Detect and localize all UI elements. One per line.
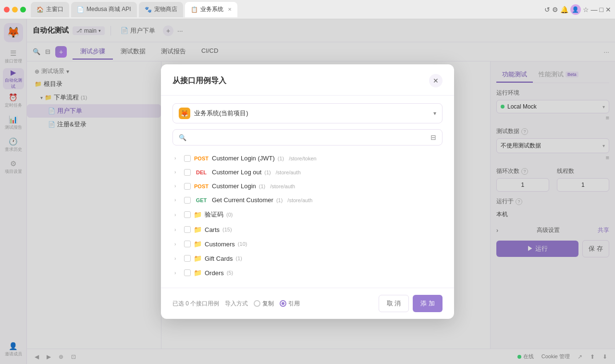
browser-action-avatar[interactable]: 👤 <box>570 4 581 15</box>
search-icon: 🔍 <box>179 134 186 141</box>
method-badge-post-jwt: POST <box>194 156 209 161</box>
chevron-right-icon-9: › <box>174 270 181 276</box>
checkbox-orders[interactable] <box>184 269 191 276</box>
folder-icon-verify: 📁 <box>194 211 202 218</box>
modal-search-input[interactable] <box>190 134 427 141</box>
radio-ref[interactable]: 引用 <box>280 300 300 308</box>
folder-icon-carts: 📁 <box>194 226 202 233</box>
checkbox-customer-login-jwt[interactable] <box>184 155 191 162</box>
project-name: 业务系统(当前项目) <box>194 109 248 118</box>
modal-search-bar: 🔍 ⊟ <box>172 129 443 146</box>
modal-header: 从接口用例导入 ✕ <box>161 64 454 96</box>
chevron-right-icon: › <box>174 156 181 161</box>
maximize-btn[interactable] <box>20 7 26 12</box>
api-name-customer-login-jwt: Customer Login (JWT) <box>212 155 275 162</box>
group-count-verify: (0) <box>226 212 233 218</box>
cancel-button[interactable]: 取 消 <box>379 295 409 312</box>
browser-action-close[interactable]: ✕ <box>605 6 611 13</box>
api-group-verify[interactable]: › 📁 验证码 (0) <box>172 207 443 222</box>
project-selector[interactable]: 🦊 业务系统(当前项目) ▾ <box>172 103 443 123</box>
tab-bizapp[interactable]: 📋 业务系统 ✕ <box>185 2 237 17</box>
api-name-customer-login: Customer Login <box>212 182 256 190</box>
checkbox-verify[interactable] <box>184 211 191 218</box>
api-item-get-current-customer[interactable]: › GET Get Current Customer (1) /store/au… <box>172 193 443 207</box>
radio-dot-ref <box>282 302 284 305</box>
api-item-customer-logout[interactable]: › DEL Customer Log out (1) /store/auth <box>172 165 443 179</box>
folder-icon-customers: 📁 <box>194 240 202 248</box>
modal-close-button[interactable]: ✕ <box>429 74 443 87</box>
method-badge-del: DEL <box>194 170 209 175</box>
import-method-label: 导入方式 <box>225 300 248 308</box>
folder-icon-gift-cards: 📁 <box>194 255 202 262</box>
project-logo: 🦊 <box>179 108 190 119</box>
api-group-customers[interactable]: › 📁 Customers (10) <box>172 237 443 251</box>
group-name-customers: Customers <box>205 241 235 248</box>
checkbox-customer-logout[interactable] <box>184 169 191 176</box>
api-group-gift-cards[interactable]: › 📁 Gift Cards (1) <box>172 251 443 266</box>
method-badge-post-login: POST <box>194 183 209 189</box>
api-count-logout: (1) <box>264 170 271 175</box>
browser-action-settings[interactable]: ⚙ <box>552 6 558 13</box>
api-list: › POST Customer Login (JWT) (1) /store/t… <box>172 151 443 280</box>
project-arrow: ▾ <box>433 110 436 117</box>
browser-action-refresh[interactable]: ↺ <box>544 6 550 13</box>
footer-actions: 取 消 添 加 <box>379 295 443 312</box>
chevron-right-icon-8: › <box>174 256 181 261</box>
checkbox-get-current[interactable] <box>184 197 191 204</box>
checkbox-customers[interactable] <box>184 241 191 247</box>
api-item-customer-login-jwt[interactable]: › POST Customer Login (JWT) (1) /store/t… <box>172 151 443 165</box>
group-name-gift-cards: Gift Cards <box>205 255 233 262</box>
tab-pet-shop[interactable]: 🐾 宠物商店 <box>139 2 183 17</box>
tab-bizapp-icon: 📋 <box>191 6 198 13</box>
group-count-customers: (10) <box>238 241 247 247</box>
browser-action-notifications[interactable]: 🔔 <box>560 6 568 13</box>
tab-pet-label: 宠物商店 <box>154 5 177 13</box>
checkbox-carts[interactable] <box>184 226 191 233</box>
tab-main-label: 主窗口 <box>46 5 63 13</box>
folder-icon-orders: 📁 <box>194 269 202 277</box>
checkbox-customer-login[interactable] <box>184 183 191 190</box>
chevron-right-icon-3: › <box>174 183 181 189</box>
browser-action-bookmark[interactable]: ☆ <box>583 6 589 13</box>
browser-chrome: 🏠 主窗口 📄 Medusa 商城 API 🐾 宠物商店 📋 业务系统 ✕ ↺ … <box>0 0 615 19</box>
confirm-button[interactable]: 添 加 <box>413 295 443 312</box>
checkbox-gift-cards[interactable] <box>184 255 191 262</box>
method-badge-get: GET <box>194 197 209 203</box>
tab-medusa-label: Medusa 商城 API <box>86 5 131 13</box>
chevron-right-icon-6: › <box>174 227 181 232</box>
radio-circle-copy <box>254 300 260 307</box>
group-count-orders: (5) <box>227 270 233 276</box>
api-item-customer-login[interactable]: › POST Customer Login (1) /store/auth <box>172 179 443 193</box>
close-btn[interactable] <box>4 7 10 12</box>
app: 🦊 ☰ 接口管理 ▶ 自动化测试 ⏰ 定时任务 📊 测试报告 🕐 查求历史 ⚙ … <box>0 19 615 364</box>
tab-main-icon: 🏠 <box>37 6 44 13</box>
group-count-carts: (15) <box>222 227 232 232</box>
api-group-carts[interactable]: › 📁 Carts (15) <box>172 222 443 237</box>
api-path-logout: /store/auth <box>276 170 301 175</box>
api-name-get-current: Get Current Customer <box>212 196 273 204</box>
modal: 从接口用例导入 ✕ 🦊 业务系统(当前项目) ▾ 🔍 ⊟ <box>161 64 454 319</box>
tab-pet-icon: 🐾 <box>145 6 152 13</box>
tab-main[interactable]: 🏠 主窗口 <box>31 2 69 17</box>
tab-close-icon[interactable]: ✕ <box>228 7 232 12</box>
modal-title: 从接口用例导入 <box>172 76 226 86</box>
group-name-verify: 验证码 <box>205 210 223 219</box>
tab-medusa[interactable]: 📄 Medusa 商城 API <box>71 2 137 17</box>
chevron-right-icon-2: › <box>174 170 181 175</box>
api-group-orders[interactable]: › 📁 Orders (5) <box>172 266 443 280</box>
api-count-jwt: (1) <box>278 156 284 161</box>
browser-window-controls <box>4 7 26 12</box>
api-path-jwt: /store/token <box>289 156 316 161</box>
radio-circle-ref <box>280 300 286 307</box>
minimize-btn[interactable] <box>12 7 18 12</box>
modal-footer: 已选 0 个接口用例 导入方式 复制 引用 取 消 添 加 <box>161 288 454 319</box>
radio-copy[interactable]: 复制 <box>254 300 274 308</box>
api-path-get-current: /store/auth <box>287 197 312 203</box>
browser-action-restore[interactable]: □ <box>600 6 603 13</box>
selected-info: 已选 0 个接口用例 <box>172 300 219 308</box>
tab-bizapp-label: 业务系统 <box>200 5 223 13</box>
filter-icon[interactable]: ⊟ <box>430 133 436 141</box>
group-name-carts: Carts <box>205 226 220 233</box>
modal-body: 🦊 业务系统(当前项目) ▾ 🔍 ⊟ › POST <box>161 96 454 288</box>
browser-action-minimize[interactable]: — <box>591 6 598 13</box>
